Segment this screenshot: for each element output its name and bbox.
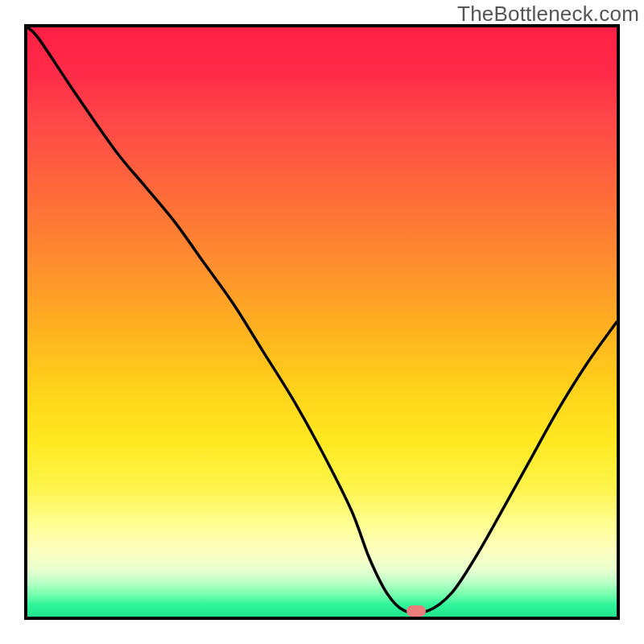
watermark-text: TheBottleneck.com <box>457 2 639 27</box>
curve-path <box>27 27 617 613</box>
plot-area <box>24 24 620 620</box>
bottleneck-curve <box>27 27 617 617</box>
optimal-marker <box>407 605 426 617</box>
chart-container: TheBottleneck.com <box>0 0 644 644</box>
